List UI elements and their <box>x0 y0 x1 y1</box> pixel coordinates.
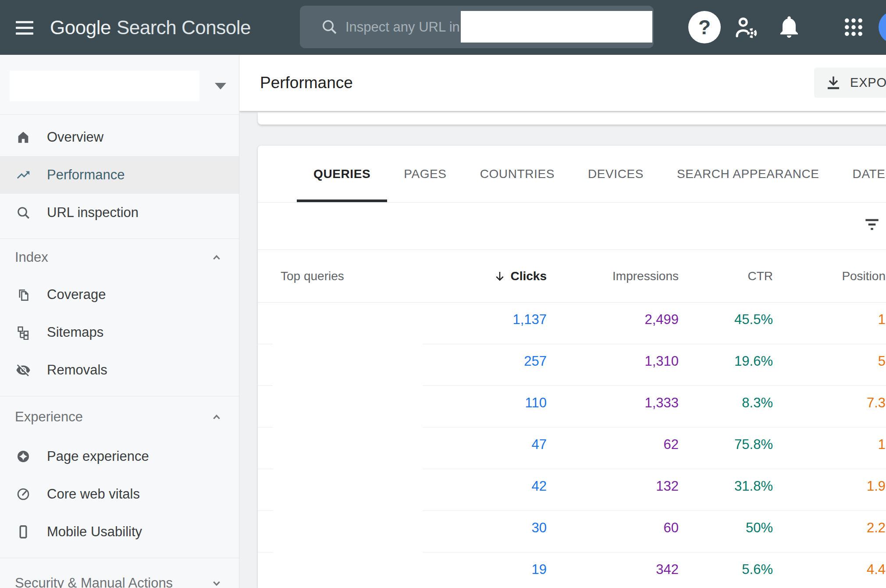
ctr-value: 31.8% <box>734 478 773 494</box>
sidebar-item-label: Coverage <box>47 287 106 303</box>
tab-search-appearance[interactable]: SEARCH APPEARANCE <box>660 146 836 202</box>
top-app-bar: Google Search Console ? <box>0 0 886 55</box>
export-button[interactable]: EXPORT <box>814 68 886 98</box>
app-logo[interactable]: Google Search Console <box>50 0 251 55</box>
position-value: 4.4 <box>867 562 886 577</box>
download-icon <box>826 75 841 91</box>
position-value: 7.3 <box>867 395 886 411</box>
clicks-value: 42 <box>532 478 547 494</box>
url-inspect-search-bar[interactable] <box>300 6 654 48</box>
section-header-experience[interactable]: Experience <box>0 396 239 438</box>
export-label: EXPORT <box>850 75 886 90</box>
impressions-value: 1,310 <box>644 353 679 369</box>
sidebar-main-nav: Overview Performance URL inspection <box>0 115 239 239</box>
position-value: 2.2 <box>867 520 886 536</box>
tab-queries[interactable]: QUERIES <box>297 146 387 202</box>
column-header-impressions[interactable]: Impressions <box>612 269 679 283</box>
sidebar-section-security: Security & Manual Actions <box>0 558 239 588</box>
page-title: Performance <box>260 55 353 111</box>
chevron-up-icon <box>210 250 224 264</box>
ctr-value: 45.5% <box>734 312 773 328</box>
filter-bar-card-edge <box>258 112 886 125</box>
column-header-position[interactable]: Position <box>842 269 886 283</box>
redacted-property-in-search <box>461 11 652 43</box>
sidebar-section-experience: Experience Page experience Core web v <box>0 396 239 558</box>
tab-devices[interactable]: DEVICES <box>571 146 660 202</box>
trending-up-icon <box>16 167 31 182</box>
tab-countries[interactable]: COUNTRIES <box>463 146 571 202</box>
main-content: Performance EXPORT QUERIES PAGES COUNTRI… <box>239 55 886 588</box>
clicks-value: 30 <box>532 520 547 536</box>
impressions-value: 2,499 <box>644 312 679 328</box>
sidebar-item-sitemaps[interactable]: Sitemaps <box>0 314 239 351</box>
brand-primary: Google <box>50 17 111 39</box>
page-experience-icon <box>16 449 31 464</box>
impressions-value: 1,333 <box>644 395 679 411</box>
section-header-index[interactable]: Index <box>0 239 239 276</box>
sidebar-item-performance[interactable]: Performance <box>0 156 239 194</box>
clicks-value: 257 <box>524 353 547 369</box>
sidebar-item-page-experience[interactable]: Page experience <box>0 438 239 475</box>
sidebar-item-core-web-vitals[interactable]: Core web vitals <box>0 475 239 513</box>
clicks-value: 47 <box>532 437 547 453</box>
clicks-value: 19 <box>532 562 547 577</box>
sidebar-item-label: Core web vitals <box>47 486 140 502</box>
sidebar-item-label: Page experience <box>47 449 149 464</box>
search-icon <box>320 18 338 36</box>
column-header-clicks[interactable]: Clicks <box>493 269 547 283</box>
impressions-value: 342 <box>656 562 679 577</box>
sidebar-item-label: Removals <box>47 362 107 378</box>
help-icon[interactable]: ? <box>688 11 721 43</box>
sidebar-item-coverage[interactable]: Coverage <box>0 276 239 314</box>
property-selector[interactable] <box>0 55 239 115</box>
position-value: 1.9 <box>867 478 886 494</box>
sidebar-item-removals[interactable]: Removals <box>0 351 239 389</box>
search-icon <box>16 205 31 220</box>
redacted-property-name <box>10 71 199 101</box>
ctr-value: 19.6% <box>734 353 773 369</box>
clicks-value: 110 <box>525 395 547 411</box>
redacted-query-column <box>273 303 423 588</box>
table-toolbar <box>258 203 886 250</box>
filter-list-icon[interactable] <box>862 215 882 234</box>
section-header-security-manual-actions[interactable]: Security & Manual Actions <box>0 558 239 588</box>
section-label: Index <box>15 249 48 265</box>
table-header-row: Top queries Clicks Impressions CTR Posit… <box>258 250 886 303</box>
position-value: 1 <box>878 312 886 328</box>
user-settings-icon[interactable] <box>733 14 760 41</box>
tab-pages[interactable]: PAGES <box>387 146 463 202</box>
gauge-icon <box>16 487 31 502</box>
notifications-bell-icon[interactable] <box>776 14 802 40</box>
hamburger-menu-icon[interactable] <box>16 21 33 36</box>
google-apps-grid-icon[interactable] <box>842 16 865 39</box>
sidebar-item-overview[interactable]: Overview <box>0 118 239 156</box>
sidebar-item-label: Sitemaps <box>47 324 103 340</box>
position-value: 5 <box>878 353 886 369</box>
sitemap-icon <box>16 325 31 340</box>
chevron-up-icon <box>210 410 224 424</box>
page-header: Performance EXPORT <box>239 55 886 111</box>
sidebar-item-label: Overview <box>47 129 103 145</box>
account-avatar[interactable] <box>879 11 886 43</box>
sidebar-item-mobile-usability[interactable]: Mobile Usability <box>0 513 239 551</box>
tab-dates[interactable]: DATES <box>836 146 886 202</box>
sidebar-section-index: Index Coverage <box>0 239 239 396</box>
sidebar-item-label: Mobile Usability <box>47 524 142 540</box>
ctr-value: 75.8% <box>734 437 773 453</box>
sidebar: Overview Performance URL inspection Inde… <box>0 55 239 588</box>
eye-off-icon <box>16 363 31 378</box>
sidebar-item-label: URL inspection <box>47 205 139 221</box>
position-value: 1 <box>878 437 886 453</box>
impressions-value: 62 <box>664 437 679 453</box>
impressions-value: 60 <box>664 520 679 536</box>
dropdown-caret-icon <box>215 83 226 89</box>
column-header-ctr[interactable]: CTR <box>747 269 773 283</box>
clicks-value: 1,137 <box>512 312 547 328</box>
pages-icon <box>16 287 31 302</box>
sort-descending-arrow-icon <box>493 270 506 283</box>
column-header-top-queries: Top queries <box>281 269 344 283</box>
ctr-value: 8.3% <box>742 395 773 411</box>
url-inspect-input[interactable] <box>345 6 459 48</box>
dimension-tabs: QUERIES PAGES COUNTRIES DEVICES SEARCH A… <box>258 146 886 203</box>
sidebar-item-url-inspection[interactable]: URL inspection <box>0 194 239 232</box>
